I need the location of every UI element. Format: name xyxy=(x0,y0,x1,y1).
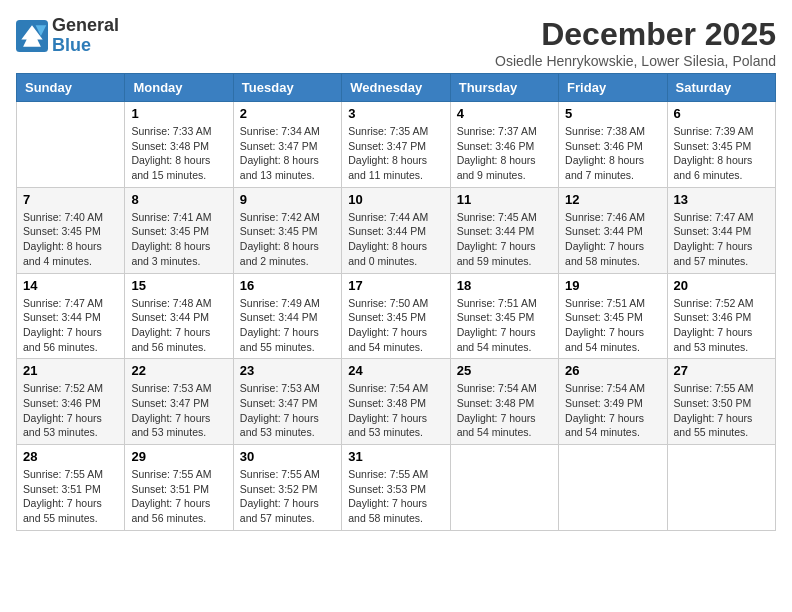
cell-content: Sunrise: 7:51 AMSunset: 3:45 PMDaylight:… xyxy=(457,296,552,355)
col-header-tuesday: Tuesday xyxy=(233,74,341,102)
calendar-cell: 9Sunrise: 7:42 AMSunset: 3:45 PMDaylight… xyxy=(233,187,341,273)
day-number: 28 xyxy=(23,449,118,464)
calendar-cell: 23Sunrise: 7:53 AMSunset: 3:47 PMDayligh… xyxy=(233,359,341,445)
logo-general: General xyxy=(52,15,119,35)
month-title: December 2025 xyxy=(495,16,776,53)
calendar-cell: 20Sunrise: 7:52 AMSunset: 3:46 PMDayligh… xyxy=(667,273,775,359)
day-number: 8 xyxy=(131,192,226,207)
col-header-friday: Friday xyxy=(559,74,667,102)
day-number: 25 xyxy=(457,363,552,378)
logo: General Blue xyxy=(16,16,119,56)
calendar-cell: 12Sunrise: 7:46 AMSunset: 3:44 PMDayligh… xyxy=(559,187,667,273)
cell-content: Sunrise: 7:45 AMSunset: 3:44 PMDaylight:… xyxy=(457,210,552,269)
cell-content: Sunrise: 7:52 AMSunset: 3:46 PMDaylight:… xyxy=(674,296,769,355)
logo-icon xyxy=(16,20,48,52)
cell-content: Sunrise: 7:51 AMSunset: 3:45 PMDaylight:… xyxy=(565,296,660,355)
calendar-cell: 24Sunrise: 7:54 AMSunset: 3:48 PMDayligh… xyxy=(342,359,450,445)
calendar-cell: 14Sunrise: 7:47 AMSunset: 3:44 PMDayligh… xyxy=(17,273,125,359)
week-row-4: 21Sunrise: 7:52 AMSunset: 3:46 PMDayligh… xyxy=(17,359,776,445)
calendar-cell: 2Sunrise: 7:34 AMSunset: 3:47 PMDaylight… xyxy=(233,102,341,188)
calendar-cell: 26Sunrise: 7:54 AMSunset: 3:49 PMDayligh… xyxy=(559,359,667,445)
day-number: 20 xyxy=(674,278,769,293)
day-number: 29 xyxy=(131,449,226,464)
calendar-cell: 17Sunrise: 7:50 AMSunset: 3:45 PMDayligh… xyxy=(342,273,450,359)
cell-content: Sunrise: 7:49 AMSunset: 3:44 PMDaylight:… xyxy=(240,296,335,355)
week-row-2: 7Sunrise: 7:40 AMSunset: 3:45 PMDaylight… xyxy=(17,187,776,273)
calendar-cell xyxy=(450,445,558,531)
day-number: 19 xyxy=(565,278,660,293)
day-number: 22 xyxy=(131,363,226,378)
cell-content: Sunrise: 7:41 AMSunset: 3:45 PMDaylight:… xyxy=(131,210,226,269)
header-row: SundayMondayTuesdayWednesdayThursdayFrid… xyxy=(17,74,776,102)
col-header-monday: Monday xyxy=(125,74,233,102)
day-number: 18 xyxy=(457,278,552,293)
calendar-cell: 8Sunrise: 7:41 AMSunset: 3:45 PMDaylight… xyxy=(125,187,233,273)
calendar-cell: 25Sunrise: 7:54 AMSunset: 3:48 PMDayligh… xyxy=(450,359,558,445)
cell-content: Sunrise: 7:55 AMSunset: 3:51 PMDaylight:… xyxy=(131,467,226,526)
calendar-cell: 19Sunrise: 7:51 AMSunset: 3:45 PMDayligh… xyxy=(559,273,667,359)
calendar-cell: 31Sunrise: 7:55 AMSunset: 3:53 PMDayligh… xyxy=(342,445,450,531)
day-number: 7 xyxy=(23,192,118,207)
page-header: General Blue December 2025 Osiedle Henry… xyxy=(16,16,776,69)
day-number: 10 xyxy=(348,192,443,207)
cell-content: Sunrise: 7:55 AMSunset: 3:52 PMDaylight:… xyxy=(240,467,335,526)
cell-content: Sunrise: 7:40 AMSunset: 3:45 PMDaylight:… xyxy=(23,210,118,269)
day-number: 17 xyxy=(348,278,443,293)
week-row-3: 14Sunrise: 7:47 AMSunset: 3:44 PMDayligh… xyxy=(17,273,776,359)
day-number: 6 xyxy=(674,106,769,121)
day-number: 26 xyxy=(565,363,660,378)
calendar-cell: 3Sunrise: 7:35 AMSunset: 3:47 PMDaylight… xyxy=(342,102,450,188)
calendar-cell: 18Sunrise: 7:51 AMSunset: 3:45 PMDayligh… xyxy=(450,273,558,359)
calendar-cell: 22Sunrise: 7:53 AMSunset: 3:47 PMDayligh… xyxy=(125,359,233,445)
cell-content: Sunrise: 7:47 AMSunset: 3:44 PMDaylight:… xyxy=(674,210,769,269)
col-header-thursday: Thursday xyxy=(450,74,558,102)
day-number: 9 xyxy=(240,192,335,207)
week-row-5: 28Sunrise: 7:55 AMSunset: 3:51 PMDayligh… xyxy=(17,445,776,531)
cell-content: Sunrise: 7:53 AMSunset: 3:47 PMDaylight:… xyxy=(131,381,226,440)
day-number: 11 xyxy=(457,192,552,207)
title-block: December 2025 Osiedle Henrykowskie, Lowe… xyxy=(495,16,776,69)
cell-content: Sunrise: 7:55 AMSunset: 3:51 PMDaylight:… xyxy=(23,467,118,526)
day-number: 24 xyxy=(348,363,443,378)
day-number: 21 xyxy=(23,363,118,378)
cell-content: Sunrise: 7:34 AMSunset: 3:47 PMDaylight:… xyxy=(240,124,335,183)
calendar-cell xyxy=(667,445,775,531)
cell-content: Sunrise: 7:47 AMSunset: 3:44 PMDaylight:… xyxy=(23,296,118,355)
calendar-cell xyxy=(559,445,667,531)
day-number: 3 xyxy=(348,106,443,121)
calendar-cell: 7Sunrise: 7:40 AMSunset: 3:45 PMDaylight… xyxy=(17,187,125,273)
day-number: 27 xyxy=(674,363,769,378)
calendar-cell: 28Sunrise: 7:55 AMSunset: 3:51 PMDayligh… xyxy=(17,445,125,531)
calendar-cell: 30Sunrise: 7:55 AMSunset: 3:52 PMDayligh… xyxy=(233,445,341,531)
col-header-wednesday: Wednesday xyxy=(342,74,450,102)
calendar-cell: 21Sunrise: 7:52 AMSunset: 3:46 PMDayligh… xyxy=(17,359,125,445)
cell-content: Sunrise: 7:53 AMSunset: 3:47 PMDaylight:… xyxy=(240,381,335,440)
calendar-cell xyxy=(17,102,125,188)
location: Osiedle Henrykowskie, Lower Silesia, Pol… xyxy=(495,53,776,69)
day-number: 30 xyxy=(240,449,335,464)
day-number: 4 xyxy=(457,106,552,121)
calendar-cell: 4Sunrise: 7:37 AMSunset: 3:46 PMDaylight… xyxy=(450,102,558,188)
day-number: 13 xyxy=(674,192,769,207)
cell-content: Sunrise: 7:55 AMSunset: 3:50 PMDaylight:… xyxy=(674,381,769,440)
calendar-cell: 10Sunrise: 7:44 AMSunset: 3:44 PMDayligh… xyxy=(342,187,450,273)
cell-content: Sunrise: 7:50 AMSunset: 3:45 PMDaylight:… xyxy=(348,296,443,355)
calendar-cell: 13Sunrise: 7:47 AMSunset: 3:44 PMDayligh… xyxy=(667,187,775,273)
day-number: 16 xyxy=(240,278,335,293)
day-number: 5 xyxy=(565,106,660,121)
calendar-table: SundayMondayTuesdayWednesdayThursdayFrid… xyxy=(16,73,776,531)
cell-content: Sunrise: 7:52 AMSunset: 3:46 PMDaylight:… xyxy=(23,381,118,440)
col-header-saturday: Saturday xyxy=(667,74,775,102)
day-number: 12 xyxy=(565,192,660,207)
week-row-1: 1Sunrise: 7:33 AMSunset: 3:48 PMDaylight… xyxy=(17,102,776,188)
day-number: 14 xyxy=(23,278,118,293)
calendar-cell: 29Sunrise: 7:55 AMSunset: 3:51 PMDayligh… xyxy=(125,445,233,531)
calendar-cell: 5Sunrise: 7:38 AMSunset: 3:46 PMDaylight… xyxy=(559,102,667,188)
cell-content: Sunrise: 7:54 AMSunset: 3:49 PMDaylight:… xyxy=(565,381,660,440)
calendar-cell: 15Sunrise: 7:48 AMSunset: 3:44 PMDayligh… xyxy=(125,273,233,359)
cell-content: Sunrise: 7:55 AMSunset: 3:53 PMDaylight:… xyxy=(348,467,443,526)
logo-text: General Blue xyxy=(52,16,119,56)
cell-content: Sunrise: 7:54 AMSunset: 3:48 PMDaylight:… xyxy=(348,381,443,440)
day-number: 15 xyxy=(131,278,226,293)
calendar-cell: 1Sunrise: 7:33 AMSunset: 3:48 PMDaylight… xyxy=(125,102,233,188)
